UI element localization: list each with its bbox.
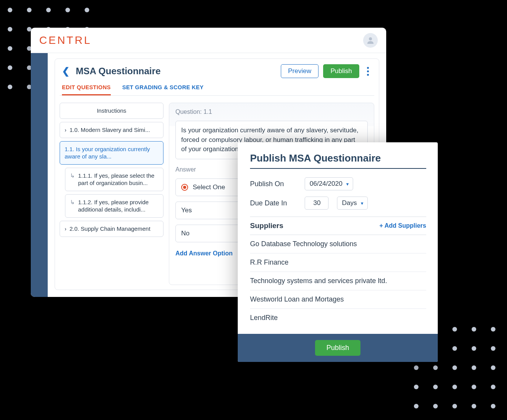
child-arrow-icon: ↳: [70, 198, 75, 206]
tree-item-label: 2.0. Supply Chain Management: [70, 225, 150, 233]
due-date-row: Due Date In 30 Days ▾: [250, 197, 426, 210]
page-title: MSA Questionnaire: [76, 66, 160, 77]
tab-edit-questions[interactable]: EDIT QUESTIONS: [62, 82, 111, 95]
due-date-value-input[interactable]: 30: [305, 197, 329, 210]
preview-button[interactable]: Preview: [281, 64, 319, 78]
question-number-label: Question: 1.1: [175, 108, 368, 115]
tree-item-label: 1.1.2. If yes, please provide additional…: [78, 198, 158, 213]
tree-item-label: 1.1. Is your organization currently awar…: [65, 145, 158, 160]
more-menu-button[interactable]: [364, 65, 372, 78]
publish-confirm-button[interactable]: Publish: [315, 340, 360, 356]
tree-item-label: 1.1.1. If yes, please select the part of…: [78, 172, 158, 187]
publish-button[interactable]: Publish: [323, 64, 359, 78]
tree-item-1-1[interactable]: 1.1. Is your organization currently awar…: [60, 141, 163, 165]
publish-modal-body: Publish MSA Questionnaire Publish On 06/…: [238, 142, 438, 334]
supplier-row[interactable]: Westworld Loan and Mortages: [250, 290, 426, 309]
tree-instructions[interactable]: Instructions: [60, 103, 163, 119]
logo: CENTRL: [39, 34, 92, 47]
publish-modal: Publish MSA Questionnaire Publish On 06/…: [238, 142, 438, 362]
answer-type-label: Select One: [193, 183, 225, 191]
publish-modal-footer: Publish: [238, 334, 438, 362]
supplier-row[interactable]: LendRite: [250, 309, 426, 327]
due-date-value: 30: [314, 199, 321, 207]
chevron-right-icon: ›: [65, 225, 67, 233]
tabs: EDIT QUESTIONS SET GRADING & SCORE KEY: [55, 82, 379, 95]
svg-point-0: [369, 37, 372, 40]
suppliers-header: Suppliers + Add Suppliers: [250, 217, 426, 235]
suppliers-list: Go Database Technology solutions R.R Fin…: [250, 235, 426, 327]
publish-on-label: Publish On: [250, 180, 296, 188]
publish-on-value: 06/24/2020: [310, 180, 342, 188]
chevron-down-icon: ▾: [361, 200, 364, 206]
publish-on-datepicker[interactable]: 06/24/2020 ▾: [305, 177, 353, 190]
topbar: CENTRL: [31, 28, 386, 53]
chevron-down-icon: ▾: [346, 181, 349, 187]
card-header: ❮ MSA Questionnaire Preview Publish: [55, 59, 379, 82]
tab-set-grading[interactable]: SET GRADING & SCORE KEY: [122, 82, 204, 95]
supplier-row[interactable]: Go Database Technology solutions: [250, 235, 426, 253]
tree-item-1-1-1[interactable]: ↳ 1.1.1. If yes, please select the part …: [65, 168, 163, 191]
user-icon: [366, 36, 375, 45]
answer-option-label: No: [181, 230, 190, 237]
back-button[interactable]: ❮: [60, 65, 71, 77]
question-tree: Instructions › 1.0. Modern Slavery and S…: [60, 103, 163, 285]
header-actions: Preview Publish: [281, 64, 372, 78]
add-suppliers-link[interactable]: + Add Suppliers: [379, 222, 426, 229]
publish-on-row: Publish On 06/24/2020 ▾: [250, 177, 426, 190]
answer-option-label: Yes: [181, 207, 192, 214]
due-date-label: Due Date In: [250, 199, 296, 207]
side-rail: [31, 53, 48, 297]
radio-icon: [181, 184, 188, 191]
supplier-row[interactable]: R.R Finance: [250, 253, 426, 272]
due-date-unit: Days: [342, 199, 357, 207]
tree-item-label: 1.0. Modern Slavery and Simi...: [70, 126, 150, 134]
tree-instructions-label: Instructions: [97, 107, 127, 115]
title-group: ❮ MSA Questionnaire: [60, 65, 160, 77]
tree-item-1-0[interactable]: › 1.0. Modern Slavery and Simi...: [60, 122, 163, 138]
tree-item-2-0[interactable]: › 2.0. Supply Chain Management: [60, 221, 163, 237]
child-arrow-icon: ↳: [70, 172, 75, 180]
suppliers-title: Suppliers: [250, 222, 284, 230]
chevron-right-icon: ›: [65, 126, 67, 134]
tree-item-1-1-2[interactable]: ↳ 1.1.2. If yes, please provide addition…: [65, 194, 163, 218]
supplier-row[interactable]: Technology systems and services private …: [250, 272, 426, 290]
due-date-unit-select[interactable]: Days ▾: [337, 197, 368, 210]
avatar[interactable]: [363, 33, 378, 48]
publish-modal-title: Publish MSA Questionnaire: [250, 152, 426, 169]
